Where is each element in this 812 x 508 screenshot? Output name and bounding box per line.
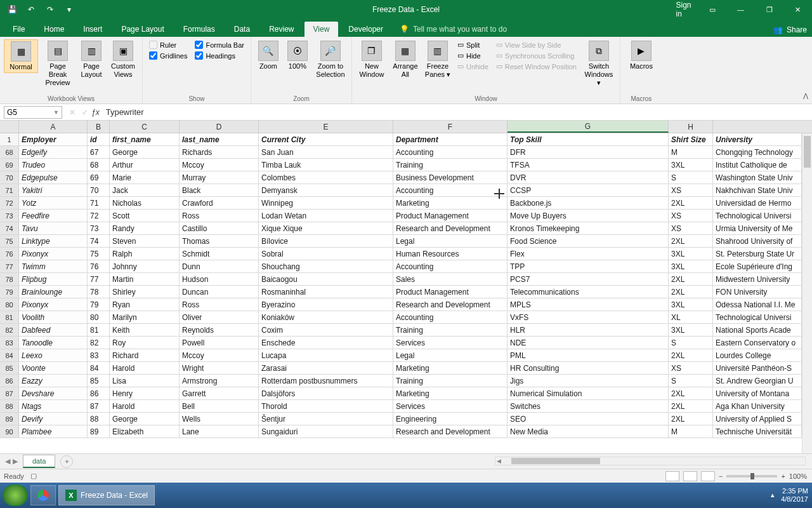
col-F[interactable]: F xyxy=(393,121,508,133)
cell[interactable]: 2XL xyxy=(669,197,713,209)
col-E[interactable]: E xyxy=(259,121,393,133)
close-button[interactable]: ✕ xyxy=(783,0,812,19)
cell[interactable]: Linktype xyxy=(19,235,88,247)
cell[interactable]: Dalsjöfors xyxy=(259,387,393,399)
cell[interactable]: Koniaków xyxy=(259,311,393,323)
cell[interactable]: Washington State Univ xyxy=(713,171,802,184)
view-page-layout-icon[interactable] xyxy=(683,471,697,481)
row-head[interactable]: 84 xyxy=(0,349,19,361)
cell[interactable]: 2XL xyxy=(669,286,713,298)
row-head[interactable]: 81 xyxy=(0,311,19,323)
cell[interactable]: 3XL xyxy=(669,248,713,260)
cell[interactable]: 84 xyxy=(88,362,110,374)
cell[interactable]: Enschede xyxy=(259,337,393,349)
gridlines-checkbox[interactable]: Gridlines xyxy=(149,51,187,60)
cell[interactable]: DVR xyxy=(508,171,669,184)
cell[interactable]: 73 xyxy=(88,222,110,234)
col-G[interactable]: G xyxy=(508,121,669,133)
row-head[interactable]: 87 xyxy=(0,387,19,399)
cell[interactable]: Duncan xyxy=(180,286,259,298)
select-all-corner[interactable] xyxy=(0,121,19,133)
row-head[interactable]: 89 xyxy=(0,413,19,425)
cell[interactable]: Henry xyxy=(110,387,180,399)
header-top-skill[interactable]: Top Skill xyxy=(508,133,669,145)
cell[interactable]: 89 xyxy=(88,425,110,438)
cell[interactable]: Lucapa xyxy=(259,349,393,361)
cell[interactable]: Marketing xyxy=(393,387,508,399)
row-head[interactable]: 88 xyxy=(0,400,19,412)
headings-checkbox[interactable]: Headings xyxy=(195,51,244,60)
cell[interactable]: Research and Development xyxy=(393,298,508,311)
formula-bar-checkbox[interactable]: Formula Bar xyxy=(195,41,244,49)
cell[interactable]: Shouchang xyxy=(259,260,393,272)
cell[interactable]: Research and Development xyxy=(393,222,508,234)
cell[interactable]: 2XL xyxy=(669,349,713,361)
cell[interactable]: Garrett xyxy=(180,387,259,399)
cell[interactable]: Shirley xyxy=(110,286,180,298)
cell[interactable]: Oliver xyxy=(180,311,259,323)
cell[interactable]: MPLS xyxy=(508,298,669,311)
cell[interactable]: Murray xyxy=(180,171,259,184)
cell[interactable]: 68 xyxy=(88,159,110,171)
name-box[interactable]: G5 ▼ xyxy=(4,106,62,119)
cell[interactable]: Numerical Simulation xyxy=(508,387,669,399)
cell[interactable]: Thorold xyxy=(259,400,393,412)
tell-me-box[interactable]: 💡 Tell me what you want to do xyxy=(393,22,513,37)
minimize-button[interactable]: — xyxy=(726,0,755,19)
cell[interactable]: Jack xyxy=(110,184,180,196)
cell[interactable]: Yotz xyxy=(19,197,88,209)
cell[interactable]: Accounting xyxy=(393,260,508,272)
cell[interactable]: Ross xyxy=(180,210,259,222)
row-head[interactable]: 73 xyxy=(0,210,19,222)
row-head-1[interactable]: 1 xyxy=(0,133,19,145)
cell[interactable]: Twimm xyxy=(19,260,88,272)
fx-icon[interactable]: ƒx xyxy=(91,108,100,117)
cell[interactable]: NDE xyxy=(508,337,669,349)
cell[interactable]: Yakitri xyxy=(19,184,88,196)
page-break-preview-button[interactable]: ▤Page Break Preview xyxy=(41,39,75,89)
cell[interactable]: Zarasai xyxy=(259,362,393,374)
cell[interactable]: 72 xyxy=(88,210,110,222)
cell[interactable]: Powell xyxy=(180,337,259,349)
normal-view-button[interactable]: ▦Normal xyxy=(4,39,38,73)
sign-in-link[interactable]: Sign in xyxy=(669,0,698,19)
cell[interactable]: Human Resources xyxy=(393,248,508,260)
col-B[interactable]: B xyxy=(88,121,110,133)
col-A[interactable]: A xyxy=(19,121,88,133)
cell[interactable]: DFR xyxy=(508,146,669,158)
cell[interactable]: Wright xyxy=(180,362,259,374)
hide-button[interactable]: ▭ Hide xyxy=(457,51,488,60)
cell[interactable]: Harold xyxy=(110,362,180,374)
redo-icon[interactable]: ↷ xyxy=(43,3,57,17)
row-head[interactable]: 90 xyxy=(0,425,19,438)
col-H[interactable]: H xyxy=(669,121,713,133)
zoom-to-selection-button[interactable]: 🔎Zoom to Selection xyxy=(313,39,348,80)
cell[interactable]: Research and Development xyxy=(393,425,508,438)
cell[interactable]: Chongqing Technology xyxy=(713,146,802,158)
cell[interactable]: 3XL xyxy=(669,159,713,171)
cell[interactable]: PCS7 xyxy=(508,273,669,285)
cell[interactable]: Technische Universität xyxy=(713,425,802,438)
tab-formulas[interactable]: Formulas xyxy=(174,22,224,37)
cell[interactable]: CCSP xyxy=(508,184,669,196)
custom-views-button[interactable]: ▣Custom Views xyxy=(108,39,138,80)
enter-formula-icon[interactable]: ✓ xyxy=(79,108,91,117)
cell[interactable]: Timba Lauk xyxy=(259,159,393,171)
view-normal-icon[interactable] xyxy=(665,471,679,481)
cell[interactable]: 87 xyxy=(88,400,110,412)
cell[interactable]: Lane xyxy=(180,425,259,438)
cell[interactable]: Backbone.js xyxy=(508,197,669,209)
view-page-break-icon[interactable] xyxy=(701,471,715,481)
cell[interactable]: Plambee xyxy=(19,425,88,438)
cell[interactable]: Leexo xyxy=(19,349,88,361)
cell[interactable]: San Juan xyxy=(259,146,393,158)
save-icon[interactable]: 💾 xyxy=(5,3,19,17)
cell[interactable]: Accounting xyxy=(393,311,508,323)
cell[interactable]: 79 xyxy=(88,298,110,311)
cell[interactable]: Food Science xyxy=(508,235,669,247)
cell[interactable]: 75 xyxy=(88,248,110,260)
new-window-button[interactable]: ❐New Window xyxy=(356,39,388,80)
zoom-slider[interactable] xyxy=(726,475,777,478)
cell[interactable]: M xyxy=(669,146,713,158)
cell[interactable]: Baicaogou xyxy=(259,273,393,285)
